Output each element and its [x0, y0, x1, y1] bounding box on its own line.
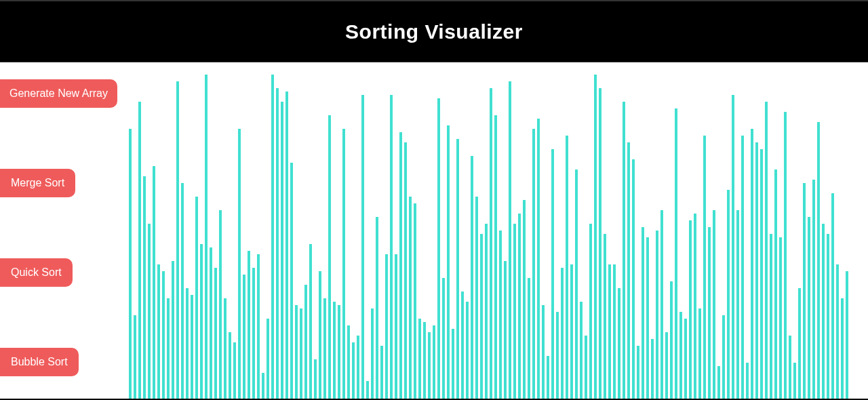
array-bar [285, 92, 288, 400]
array-bar [670, 281, 673, 400]
array-bar [418, 319, 421, 400]
array-bar [846, 271, 848, 400]
array-bar [827, 234, 829, 400]
quick-sort-button[interactable]: Quick Sort [0, 258, 73, 287]
array-bar [238, 129, 241, 400]
array-bar [822, 224, 825, 400]
array-bar [290, 163, 293, 400]
array-bar [679, 312, 682, 400]
array-bar [537, 119, 540, 400]
array-bar [162, 271, 165, 400]
merge-sort-button[interactable]: Merge Sort [0, 169, 75, 197]
generate-new-array-button[interactable]: Generate New Array [0, 79, 117, 108]
array-bar [703, 136, 706, 400]
array-bar [257, 254, 260, 400]
array-bar [134, 315, 136, 400]
array-bar [456, 139, 459, 400]
array-bar [366, 381, 369, 400]
array-bar [779, 237, 782, 400]
array-bar [547, 356, 549, 400]
array-bar [428, 332, 431, 400]
array-bar [466, 302, 469, 400]
page-title: Sorting Visualizer [345, 20, 523, 43]
array-bar [812, 180, 815, 400]
array-bar [585, 336, 587, 400]
array-bar [347, 325, 350, 400]
array-bar [708, 227, 711, 400]
array-bar [713, 210, 715, 400]
array-bar [129, 129, 132, 400]
array-bar [561, 268, 564, 400]
array-bar [751, 129, 753, 400]
array-bar [433, 325, 435, 400]
array-bar [176, 81, 179, 400]
array-bar [817, 122, 820, 400]
array-bar [461, 292, 464, 400]
array-bar [808, 217, 810, 400]
array-bar [675, 108, 677, 400]
array-bar [646, 237, 649, 400]
array-bar [803, 183, 806, 400]
array-bar [229, 332, 231, 400]
array-bar [608, 264, 611, 400]
array-bar [841, 298, 844, 400]
array-bar [717, 366, 720, 400]
array-bar [447, 125, 450, 400]
array-bar [333, 302, 336, 400]
array-bar [214, 268, 217, 400]
array-bar [599, 88, 601, 400]
array-bar [380, 346, 383, 400]
array-bar [195, 197, 198, 400]
array-bar [172, 261, 174, 400]
array-bar [528, 278, 530, 400]
array-bar [309, 244, 312, 400]
array-bar [248, 251, 250, 400]
array-bar [437, 98, 440, 400]
array-bar [271, 75, 274, 400]
array-bar [452, 329, 454, 400]
array-bar [442, 278, 445, 400]
array-bar [760, 149, 763, 400]
array-bar [157, 264, 160, 400]
array-bar [642, 227, 644, 400]
array-bar [831, 193, 834, 400]
array-bar [328, 115, 331, 400]
array-bar [727, 190, 730, 400]
array-bar [167, 298, 170, 400]
array-bar [755, 142, 758, 400]
array-bar [361, 95, 364, 400]
bubble-sort-button[interactable]: Bubble Sort [0, 348, 79, 376]
array-bar [471, 156, 473, 400]
array-bar [357, 336, 359, 400]
array-bar [404, 142, 407, 400]
array-bar [376, 217, 378, 400]
array-bar [774, 169, 777, 400]
array-bar [233, 342, 236, 400]
array-bar [267, 319, 269, 400]
array-bar [399, 132, 402, 400]
array-bar [494, 115, 497, 400]
array-bar [509, 81, 511, 400]
array-bar [665, 332, 668, 400]
array-bar [338, 305, 340, 400]
array-bar [694, 214, 696, 400]
array-bar [798, 288, 801, 400]
array-bar [580, 302, 583, 400]
array-bar [793, 363, 796, 400]
array-bar [504, 261, 507, 400]
array-bar [651, 339, 654, 400]
array-bar [627, 142, 630, 400]
array-bar [395, 254, 397, 400]
array-bar [300, 308, 302, 400]
array-bar [138, 102, 141, 400]
array-bar [566, 136, 568, 400]
array-bar [532, 129, 535, 400]
array-bar [181, 183, 184, 400]
array-bar [281, 102, 283, 400]
main: Generate New Array Merge Sort Quick Sort… [0, 62, 868, 400]
array-bar [153, 166, 155, 400]
array-bar [575, 169, 578, 400]
array-bar [741, 136, 744, 400]
array-bar [205, 75, 208, 400]
array-bar [523, 200, 526, 400]
